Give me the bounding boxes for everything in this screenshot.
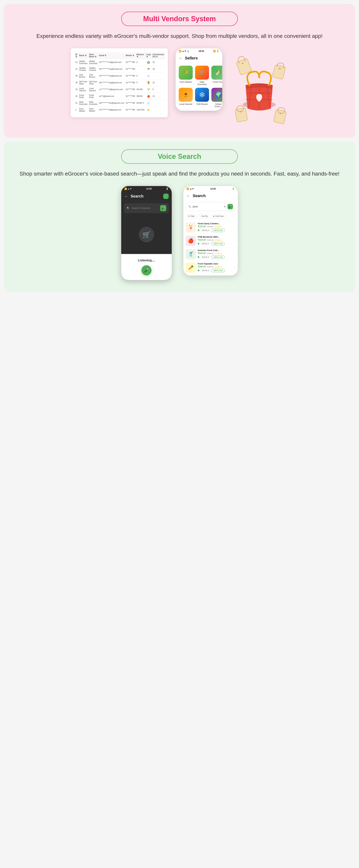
- volume-selector[interactable]: 300 ML ▾: [201, 229, 210, 232]
- cell-id: 42: [74, 59, 78, 66]
- seller-item[interactable]: 🌻 Local Harvest: [179, 88, 193, 107]
- cell-store: Healthy Choices: [88, 66, 98, 72]
- product-rating: 5.0 ⭐ | 1: [214, 226, 222, 227]
- grid-view-button[interactable]: ⊞ Grid View: [211, 214, 226, 218]
- seller-name: Fresh Finds: [213, 81, 222, 83]
- admin-table: ID ⇅ Name ⇅ Store Name ⇅ Email ⇅ Mobile …: [74, 52, 165, 114]
- cell-email: Se**********op@gmail.com: [98, 79, 125, 86]
- search-input-bar[interactable]: 🔍 juice ✕ 🎤: [186, 202, 235, 211]
- cell-id: 40: [74, 72, 78, 79]
- empty-cart-icon: 🛒: [139, 227, 154, 242]
- back-arrow-icon[interactable]: ←: [179, 56, 183, 60]
- cell-email: He**********es@Gmail.com: [98, 66, 125, 72]
- voice-empty-area: 🛒: [121, 215, 172, 254]
- search-battery: 🔋: [232, 188, 235, 190]
- table-row: 32 Fresh Finds Fresh Finds se**r@gmail.c…: [74, 93, 165, 100]
- shopping-basket-decoration: [230, 48, 288, 126]
- clear-search-button[interactable]: ✕: [223, 205, 226, 208]
- mic-button-search[interactable]: 🎤: [228, 204, 233, 209]
- listening-text: Listening....: [138, 259, 155, 262]
- seller-item[interactable]: 🛒 Daily Groceries: [195, 66, 209, 86]
- add-to-cart-button[interactable]: Add to Cart: [212, 255, 225, 259]
- in-stock-indicator: [198, 243, 199, 245]
- product-list: 🍹 Ocean Spray Cranberr... ₹120.00 ₹160.0…: [183, 220, 238, 276]
- cell-balance: 0: [136, 79, 146, 86]
- section2-title-box: Voice Search: [121, 149, 238, 164]
- cell-email: Lo**********st@egrocer.com: [98, 86, 125, 93]
- col-email: Email ⇅: [98, 52, 125, 59]
- wishlist-icon[interactable]: ♡: [233, 266, 235, 269]
- voice-back-arrow[interactable]: ←: [124, 194, 128, 198]
- wishlist-icon[interactable]: ♡: [233, 253, 235, 255]
- product-actions: 500 ML ▾ Add to Cart: [198, 242, 231, 245]
- battery-info: 📶 🔋: [213, 50, 219, 53]
- col-mobile: Mobile ⇅: [125, 52, 136, 59]
- signal-info: 📶 ▲▼ 📡: [179, 50, 189, 53]
- section1-title-box: Multi Vendors System: [121, 12, 238, 26]
- vendors-content: ID ⇅ Name ⇅ Store Name ⇅ Email ⇅ Mobile …: [16, 48, 343, 126]
- col-store: Store Name ⇅: [88, 52, 98, 59]
- in-stock-indicator: [198, 256, 199, 258]
- in-stock-indicator: [198, 270, 199, 271]
- mic-button-top[interactable]: 🎤: [160, 205, 166, 211]
- cell-name: Daily Groceries: [78, 100, 88, 106]
- seller-item[interactable]: 🌾 Farm Market: [179, 66, 193, 86]
- cell-email: Ch**********ze@gmail.com: [98, 72, 125, 79]
- cell-balance: 388.96: [136, 93, 146, 100]
- cell-name: Healthy Choices: [78, 66, 88, 72]
- wishlist-icon[interactable]: ♡: [233, 226, 235, 229]
- search-back-arrow[interactable]: ←: [186, 194, 190, 198]
- cell-mobile: 01*****789: [125, 66, 136, 72]
- product-name: POM Wonderful 100%...: [198, 236, 231, 238]
- current-price: ₹220.00: [198, 252, 206, 255]
- table-row: 39 Self Care Shop Self Care Shop Se*****…: [74, 79, 165, 86]
- cell-store: Self Care Shop: [88, 79, 98, 86]
- table-row: 31 Daily Groceries Daily Groceries Da***…: [74, 100, 165, 106]
- cell-commission: 10: [152, 93, 165, 100]
- section1-description: Experience endless variety with eGrocer'…: [16, 32, 343, 40]
- cell-commission: 10: [152, 59, 165, 66]
- product-image: 🍎: [186, 236, 196, 246]
- admin-table-container: ID ⇅ Name ⇅ Store Name ⇅ Email ⇅ Mobile …: [71, 48, 168, 117]
- cell-logo: 🌱: [146, 86, 152, 93]
- add-to-cart-button[interactable]: Add to Cart: [212, 228, 225, 232]
- cell-store: Farm Market: [88, 106, 98, 113]
- add-to-cart-button[interactable]: Add to Cart: [212, 242, 225, 245]
- cell-id: 32: [74, 93, 78, 100]
- seller-logo: 🌾: [179, 66, 193, 80]
- mic-round-button[interactable]: 🎤: [142, 265, 152, 275]
- voice-search-bar[interactable]: 🔍 Search Products 🎤: [124, 203, 169, 213]
- seller-item[interactable]: 🥬 Fresh Finds: [211, 66, 222, 86]
- add-to-cart-button[interactable]: Add to Cart: [212, 269, 225, 272]
- wishlist-icon[interactable]: ♡: [233, 240, 235, 242]
- cell-store: Fresh Finds: [88, 93, 98, 100]
- cell-logo: 🌍: [146, 59, 152, 66]
- volume-selector[interactable]: 500 ML ▾: [201, 255, 210, 259]
- seller-item[interactable]: ❄️ Chill Breeze: [195, 88, 209, 107]
- cell-mobile: 01*****789: [125, 59, 136, 66]
- volume-selector[interactable]: 500 ML ▾: [201, 242, 210, 245]
- filter-button[interactable]: ⚙ Filter: [186, 214, 197, 218]
- cell-balance: 0: [136, 59, 146, 66]
- seller-logo-emoji: ❄️: [199, 92, 205, 98]
- current-price: ₹190.00: [198, 266, 206, 268]
- sort-button[interactable]: ↕ Sort By: [198, 214, 210, 218]
- sort-label: Sort By: [202, 215, 208, 217]
- grid-icon: ⊞: [213, 215, 214, 217]
- voice-phone-right: 📶 ▲▼ 12:43 🔋 ← Search 🔍 juice ✕ 🎤 ⚙ Filt: [183, 186, 238, 276]
- cell-mobile: 01*****789: [125, 86, 136, 93]
- cell-logo: ❄️: [146, 72, 152, 79]
- cart-icon-nav[interactable]: 🛒: [163, 194, 169, 199]
- table-row: 1 Farm Market Farm Market Fa**********et…: [74, 106, 165, 113]
- cell-store: Local Harvest: [88, 86, 98, 93]
- product-name: Fresh Vegetable Juice: [198, 263, 231, 265]
- cell-commission: [152, 100, 165, 106]
- search-icon: 🔍: [127, 207, 129, 210]
- section-voice: Voice Search Shop smarter with eGrocer's…: [4, 142, 355, 292]
- volume-selector[interactable]: 350 ML ▾: [201, 269, 210, 272]
- section2-title: Voice Search: [158, 152, 201, 161]
- cell-name: Local Harvest: [78, 86, 88, 93]
- seller-item[interactable]: 🌍 Global Groce...: [211, 88, 222, 107]
- product-item: 🥕 Fresh Vegetable Juice ₹190.00 ₹210.00 …: [183, 261, 238, 274]
- search-phone-header: ← Search: [183, 192, 238, 200]
